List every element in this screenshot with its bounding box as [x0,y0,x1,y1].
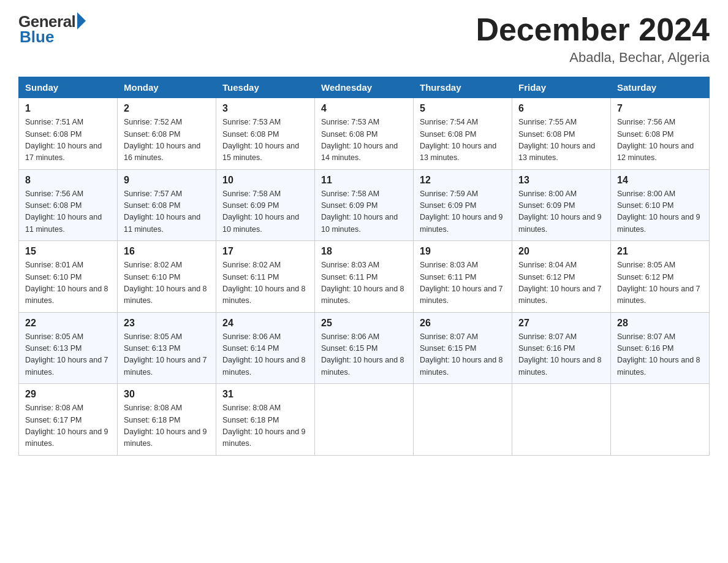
week-row-1: 1Sunrise: 7:51 AMSunset: 6:08 PMDaylight… [19,98,710,170]
header-friday: Friday [512,77,611,98]
calendar-cell: 6Sunrise: 7:55 AMSunset: 6:08 PMDaylight… [512,98,611,170]
day-info: Sunrise: 8:02 AMSunset: 6:11 PMDaylight:… [222,259,308,307]
day-number: 28 [617,318,703,329]
day-number: 30 [124,389,210,400]
day-number: 14 [617,175,703,186]
header-sunday: Sunday [19,77,118,98]
day-number: 25 [321,318,407,329]
calendar-cell: 11Sunrise: 7:58 AMSunset: 6:09 PMDayligh… [315,169,414,241]
logo: General Blue [18,12,86,47]
week-row-5: 29Sunrise: 8:08 AMSunset: 6:17 PMDayligh… [19,384,710,456]
logo-blue-text: Blue [20,28,54,47]
day-number: 10 [222,175,308,186]
calendar-cell: 4Sunrise: 7:53 AMSunset: 6:08 PMDaylight… [315,98,414,170]
week-row-3: 15Sunrise: 8:01 AMSunset: 6:10 PMDayligh… [19,241,710,313]
day-info: Sunrise: 7:56 AMSunset: 6:08 PMDaylight:… [25,188,111,236]
day-info: Sunrise: 8:08 AMSunset: 6:18 PMDaylight:… [124,402,210,450]
day-info: Sunrise: 7:53 AMSunset: 6:08 PMDaylight:… [321,117,407,164]
calendar-cell [414,384,512,456]
day-info: Sunrise: 7:59 AMSunset: 6:09 PMDaylight:… [420,188,506,236]
day-number: 4 [321,103,407,114]
day-info: Sunrise: 7:57 AMSunset: 6:08 PMDaylight:… [124,188,210,236]
day-number: 7 [617,103,703,114]
day-number: 20 [518,246,604,257]
title-block: December 2024 Abadla, Bechar, Algeria [476,12,710,66]
calendar-cell: 25Sunrise: 8:06 AMSunset: 6:15 PMDayligh… [315,312,414,384]
location: Abadla, Bechar, Algeria [476,50,710,66]
calendar-cell: 10Sunrise: 7:58 AMSunset: 6:09 PMDayligh… [216,169,315,241]
header-saturday: Saturday [611,77,710,98]
day-number: 27 [518,318,604,329]
day-info: Sunrise: 8:05 AMSunset: 6:12 PMDaylight:… [617,259,703,307]
calendar-cell: 16Sunrise: 8:02 AMSunset: 6:10 PMDayligh… [118,241,216,313]
day-info: Sunrise: 8:07 AMSunset: 6:16 PMDaylight:… [617,331,703,379]
day-info: Sunrise: 7:55 AMSunset: 6:08 PMDaylight:… [518,117,604,164]
calendar-cell: 26Sunrise: 8:07 AMSunset: 6:15 PMDayligh… [414,312,512,384]
calendar-cell: 19Sunrise: 8:03 AMSunset: 6:11 PMDayligh… [414,241,512,313]
day-number: 8 [25,175,111,186]
header-monday: Monday [118,77,216,98]
day-number: 23 [124,318,210,329]
day-number: 17 [222,246,308,257]
calendar-cell: 15Sunrise: 8:01 AMSunset: 6:10 PMDayligh… [19,241,118,313]
day-number: 13 [518,175,604,186]
calendar-header-row: SundayMondayTuesdayWednesdayThursdayFrid… [19,77,710,98]
day-info: Sunrise: 8:06 AMSunset: 6:14 PMDaylight:… [222,331,308,379]
day-info: Sunrise: 8:06 AMSunset: 6:15 PMDaylight:… [321,331,407,379]
day-info: Sunrise: 7:56 AMSunset: 6:08 PMDaylight:… [617,117,703,164]
header-tuesday: Tuesday [216,77,315,98]
calendar-cell: 31Sunrise: 8:08 AMSunset: 6:18 PMDayligh… [216,384,315,456]
day-info: Sunrise: 8:00 AMSunset: 6:10 PMDaylight:… [617,188,703,236]
calendar-cell: 23Sunrise: 8:05 AMSunset: 6:13 PMDayligh… [118,312,216,384]
calendar-cell: 20Sunrise: 8:04 AMSunset: 6:12 PMDayligh… [512,241,611,313]
day-info: Sunrise: 7:58 AMSunset: 6:09 PMDaylight:… [222,188,308,236]
month-title: December 2024 [476,12,710,47]
logo-triangle-icon [77,12,86,29]
calendar-cell: 5Sunrise: 7:54 AMSunset: 6:08 PMDaylight… [414,98,512,170]
day-number: 6 [518,103,604,114]
day-info: Sunrise: 7:53 AMSunset: 6:08 PMDaylight:… [222,117,308,164]
day-info: Sunrise: 7:52 AMSunset: 6:08 PMDaylight:… [124,117,210,164]
calendar-cell: 28Sunrise: 8:07 AMSunset: 6:16 PMDayligh… [611,312,710,384]
calendar-cell: 7Sunrise: 7:56 AMSunset: 6:08 PMDaylight… [611,98,710,170]
day-info: Sunrise: 8:03 AMSunset: 6:11 PMDaylight:… [321,259,407,307]
day-number: 15 [25,246,111,257]
day-info: Sunrise: 7:51 AMSunset: 6:08 PMDaylight:… [25,117,111,164]
day-number: 1 [25,103,111,114]
calendar-table: SundayMondayTuesdayWednesdayThursdayFrid… [18,77,710,456]
page-header: General Blue December 2024 Abadla, Becha… [18,12,710,66]
day-info: Sunrise: 7:58 AMSunset: 6:09 PMDaylight:… [321,188,407,236]
calendar-cell: 3Sunrise: 7:53 AMSunset: 6:08 PMDaylight… [216,98,315,170]
calendar-cell [512,384,611,456]
day-number: 24 [222,318,308,329]
calendar-cell: 1Sunrise: 7:51 AMSunset: 6:08 PMDaylight… [19,98,118,170]
header-thursday: Thursday [414,77,512,98]
calendar-cell: 30Sunrise: 8:08 AMSunset: 6:18 PMDayligh… [118,384,216,456]
day-number: 16 [124,246,210,257]
week-row-4: 22Sunrise: 8:05 AMSunset: 6:13 PMDayligh… [19,312,710,384]
day-info: Sunrise: 8:01 AMSunset: 6:10 PMDaylight:… [25,259,111,307]
calendar-cell: 21Sunrise: 8:05 AMSunset: 6:12 PMDayligh… [611,241,710,313]
day-number: 29 [25,389,111,400]
day-info: Sunrise: 8:00 AMSunset: 6:09 PMDaylight:… [518,188,604,236]
day-number: 26 [420,318,506,329]
calendar-cell [315,384,414,456]
day-number: 11 [321,175,407,186]
day-info: Sunrise: 8:05 AMSunset: 6:13 PMDaylight:… [25,331,111,379]
day-info: Sunrise: 8:03 AMSunset: 6:11 PMDaylight:… [420,259,506,307]
day-info: Sunrise: 8:07 AMSunset: 6:16 PMDaylight:… [518,331,604,379]
day-info: Sunrise: 8:04 AMSunset: 6:12 PMDaylight:… [518,259,604,307]
calendar-cell: 8Sunrise: 7:56 AMSunset: 6:08 PMDaylight… [19,169,118,241]
day-number: 2 [124,103,210,114]
day-number: 31 [222,389,308,400]
day-number: 22 [25,318,111,329]
day-info: Sunrise: 8:07 AMSunset: 6:15 PMDaylight:… [420,331,506,379]
calendar-cell: 27Sunrise: 8:07 AMSunset: 6:16 PMDayligh… [512,312,611,384]
calendar-cell [611,384,710,456]
day-number: 5 [420,103,506,114]
day-info: Sunrise: 8:05 AMSunset: 6:13 PMDaylight:… [124,331,210,379]
calendar-cell: 17Sunrise: 8:02 AMSunset: 6:11 PMDayligh… [216,241,315,313]
day-info: Sunrise: 8:02 AMSunset: 6:10 PMDaylight:… [124,259,210,307]
day-number: 21 [617,246,703,257]
day-number: 19 [420,246,506,257]
